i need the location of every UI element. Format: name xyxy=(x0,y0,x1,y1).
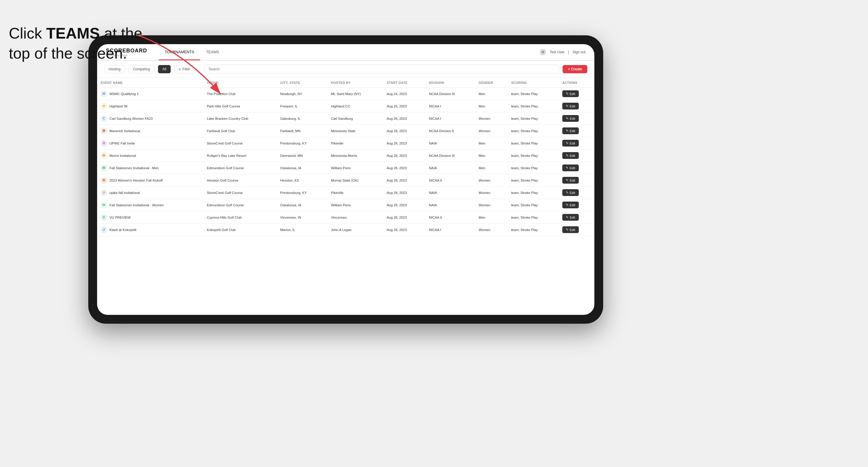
team-logo: J xyxy=(101,226,107,233)
table-row: W Fall Statesmen Invitational - Men Edmu… xyxy=(97,162,594,174)
edit-icon: ✎ xyxy=(566,154,568,157)
event-name-text: upike fall invitational xyxy=(110,191,140,194)
edit-button[interactable]: ✎ Edit xyxy=(562,115,579,122)
cell-start-date: Aug 28, 2023 xyxy=(383,162,426,174)
team-logo: M xyxy=(101,128,107,134)
cell-venue: Faribault Golf Club xyxy=(203,125,277,137)
edit-icon: ✎ xyxy=(566,228,568,231)
cell-scoring: team, Stroke Play xyxy=(507,125,559,137)
table-row: C Carl Sandburg Women FA23 Lake Bracken … xyxy=(97,113,594,125)
cell-start-date: Aug 28, 2023 xyxy=(383,224,426,236)
cell-hosted-by: Pikeville xyxy=(328,137,383,150)
th-scoring: SCORING xyxy=(507,78,559,88)
edit-button[interactable]: ✎ Edit xyxy=(562,177,579,184)
cell-hosted-by: Mt. Saint Mary (NY) xyxy=(328,88,383,100)
nav-separator: | xyxy=(568,50,569,54)
cell-event-name: C Carl Sandburg Women FA23 xyxy=(97,113,203,125)
table-row: M 2023 Women's Hesston Fall Kickoff Hess… xyxy=(97,174,594,187)
cell-hosted-by: Minnesota State xyxy=(328,125,383,137)
cell-scoring: team, Stroke Play xyxy=(507,211,559,224)
edit-button[interactable]: ✎ Edit xyxy=(562,127,579,134)
cell-division: NAIA xyxy=(426,162,475,174)
cell-scoring: team, Stroke Play xyxy=(507,174,559,187)
tablet-screen: SCOREBOARD Powered by clippit TOURNAMENT… xyxy=(97,44,594,315)
team-logo: C xyxy=(101,115,107,122)
nav-right: ⚙ Test User | Sign out xyxy=(539,49,586,55)
cell-venue: Park Hills Golf Course xyxy=(203,100,277,113)
all-button[interactable]: All xyxy=(158,65,170,73)
edit-icon: ✎ xyxy=(566,141,568,145)
cell-start-date: Aug 25, 2023 xyxy=(383,100,426,113)
tournaments-table: EVENT NAME VENUE CITY, STATE HOSTED BY S… xyxy=(97,78,594,236)
cell-actions: ✎ Edit xyxy=(559,199,594,211)
team-logo: U xyxy=(101,140,107,147)
edit-icon: ✎ xyxy=(566,104,568,108)
edit-icon: ✎ xyxy=(566,117,568,120)
cell-start-date: Aug 28, 2023 xyxy=(383,187,426,199)
edit-button[interactable]: ✎ Edit xyxy=(562,201,579,208)
tab-tournaments[interactable]: TOURNAMENTS xyxy=(159,44,200,60)
search-input[interactable] xyxy=(204,65,559,73)
cell-gender: Men xyxy=(475,211,507,224)
edit-button[interactable]: ✎ Edit xyxy=(562,214,579,221)
cell-city-state: Deerwood, MN xyxy=(277,150,328,162)
create-button[interactable]: + Create xyxy=(563,65,587,73)
edit-icon: ✎ xyxy=(566,215,568,219)
event-name-text: Carl Sandburg Women FA23 xyxy=(110,117,153,120)
cell-hosted-by: William Penn xyxy=(328,162,383,174)
edit-button[interactable]: ✎ Edit xyxy=(562,189,579,196)
cell-event-name: M MSMC Qualifying 1 xyxy=(97,88,203,100)
cell-scoring: team, Stroke Play xyxy=(507,162,559,174)
cell-scoring: team, Stroke Play xyxy=(507,137,559,150)
edit-button[interactable]: ✎ Edit xyxy=(562,140,579,147)
cell-scoring: team, Stroke Play xyxy=(507,224,559,236)
top-nav: SCOREBOARD Powered by clippit TOURNAMENT… xyxy=(97,44,594,61)
signout-link[interactable]: Sign out xyxy=(572,50,586,54)
cell-event-name: M Morris Invitational xyxy=(97,150,203,162)
nav-tabs: TOURNAMENTS TEAMS xyxy=(159,44,225,60)
edit-button[interactable]: ✎ Edit xyxy=(562,164,579,171)
cell-division: NCAA Division III xyxy=(426,88,475,100)
cell-event-name: H Highland 36 xyxy=(97,100,203,113)
team-logo: M xyxy=(101,177,107,184)
event-name-text: Maverick Invitational xyxy=(110,129,140,133)
tablet-frame: SCOREBOARD Powered by clippit TOURNAMENT… xyxy=(88,35,603,324)
cell-hosted-by: William Penn xyxy=(328,199,383,211)
cell-scoring: team, Stroke Play xyxy=(507,150,559,162)
cell-venue: Kokopelli Golf Club xyxy=(203,224,277,236)
cell-gender: Women xyxy=(475,224,507,236)
event-name-text: VU PREVIEW xyxy=(110,216,131,219)
cell-start-date: Aug 28, 2023 xyxy=(383,150,426,162)
cell-gender: Men xyxy=(475,150,507,162)
edit-button[interactable]: ✎ Edit xyxy=(562,226,579,233)
table-row: U UPIKE Fall Invite StoneCrest Golf Cour… xyxy=(97,137,594,150)
instruction-line2: top of the screen. xyxy=(9,45,127,62)
table-header-row: EVENT NAME VENUE CITY, STATE HOSTED BY S… xyxy=(97,78,594,88)
table-row: V VU PREVIEW Cypress Hills Golf Club Vin… xyxy=(97,211,594,224)
cell-start-date: Aug 28, 2023 xyxy=(383,125,426,137)
cell-gender: Women xyxy=(475,125,507,137)
cell-hosted-by: Minnesota-Morris xyxy=(328,150,383,162)
settings-icon[interactable]: ⚙ xyxy=(539,49,546,55)
event-name-text: Morris Invitational xyxy=(110,154,136,157)
cell-event-name: U UPIKE Fall Invite xyxy=(97,137,203,150)
edit-button[interactable]: ✎ Edit xyxy=(562,103,579,110)
table-row: H Highland 36 Park Hills Golf Course Fre… xyxy=(97,100,594,113)
instruction-bold: TEAMS xyxy=(46,25,100,42)
cell-start-date: Aug 28, 2023 xyxy=(383,137,426,150)
th-event-name: EVENT NAME xyxy=(97,78,203,88)
cell-hosted-by: Carl Sandburg xyxy=(328,113,383,125)
cell-event-name: W Fall Statesmen Invitational - Women xyxy=(97,199,203,211)
tab-teams[interactable]: TEAMS xyxy=(200,44,225,60)
edit-button[interactable]: ✎ Edit xyxy=(562,152,579,159)
cell-gender: Men xyxy=(475,88,507,100)
th-city-state: CITY, STATE xyxy=(277,78,328,88)
cell-hosted-by: Murray State (OK) xyxy=(328,174,383,187)
edit-button[interactable]: ✎ Edit xyxy=(562,90,579,97)
cell-gender: Women xyxy=(475,113,507,125)
event-name-text: MSMC Qualifying 1 xyxy=(110,92,138,96)
table-row: J Klash at Kokopelli Kokopelli Golf Club… xyxy=(97,224,594,236)
th-hosted-by: HOSTED BY xyxy=(328,78,383,88)
cell-start-date: Aug 26, 2023 xyxy=(383,113,426,125)
filter-button[interactable]: ≡ Filter xyxy=(174,65,195,73)
